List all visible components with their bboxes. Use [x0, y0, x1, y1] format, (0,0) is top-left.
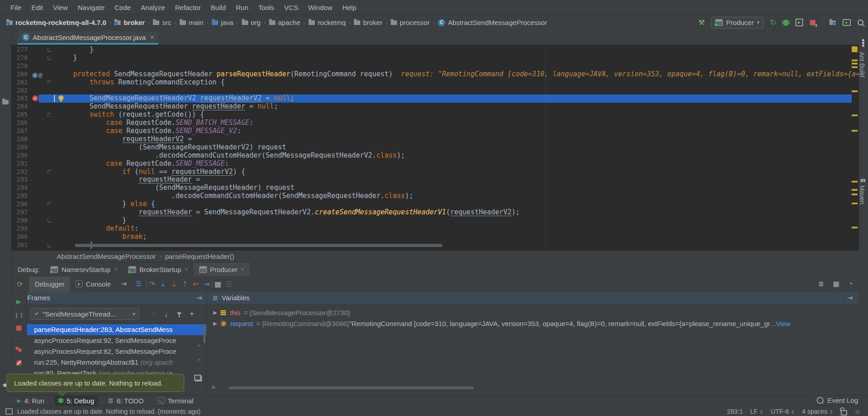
- breadcrumb-item[interactable]: org: [242, 19, 261, 26]
- event-log-button[interactable]: Event Log: [817, 395, 858, 405]
- close-icon[interactable]: ×: [114, 266, 118, 273]
- line-number[interactable]: 289: [12, 144, 28, 152]
- line-number[interactable]: 298: [12, 217, 28, 225]
- line-number[interactable]: 278: [12, 54, 28, 62]
- variable-row[interactable]: ▶prequest= {RemotingCommand@3066} "Remot…: [207, 318, 859, 329]
- muted-settings-icon[interactable]: ☰: [223, 280, 234, 288]
- lock-icon[interactable]: [841, 410, 847, 416]
- breadcrumb-item[interactable]: apache: [269, 19, 300, 26]
- debug-icon[interactable]: [783, 20, 789, 26]
- menu-item-build[interactable]: Build: [206, 4, 230, 11]
- view-link[interactable]: View: [776, 320, 790, 327]
- fold-marker[interactable]: [48, 170, 51, 174]
- line-number[interactable]: 301: [12, 241, 28, 249]
- breadcrumb-item[interactable]: CAbstractSendMessageProcessor: [438, 19, 547, 26]
- stack-frame-row[interactable]: asyncProcessRequest:92, SendMessageProce: [27, 335, 206, 346]
- breadcrumb-item[interactable]: rocketmq-rocketmq-all-4.7.0: [6, 19, 106, 26]
- rerun-icon[interactable]: ↻: [770, 18, 776, 27]
- line-number[interactable]: 296: [12, 200, 28, 208]
- tool-button-todo[interactable]: ≣6: TODO: [104, 396, 147, 406]
- line-number[interactable]: 293: [12, 176, 28, 184]
- fold-marker[interactable]: [48, 219, 51, 223]
- close-icon[interactable]: ×: [184, 266, 188, 273]
- code-editor[interactable]: 277 }278 }279280↓@ protected SendMessage…: [11, 45, 859, 251]
- line-number[interactable]: 281: [12, 79, 28, 87]
- tab-console[interactable]: ▸Console: [70, 277, 116, 292]
- session-tab-namesrvstartup[interactable]: NamesrvStartup×: [45, 262, 123, 276]
- previous-frame-icon[interactable]: ↑: [152, 310, 156, 318]
- rerun-session-icon[interactable]: ⟳: [17, 280, 23, 288]
- fold-marker[interactable]: [48, 56, 51, 60]
- close-icon[interactable]: ×: [241, 266, 245, 273]
- caret-position[interactable]: 283:1: [727, 408, 743, 415]
- layout-settings-icon[interactable]: ▦: [833, 280, 839, 288]
- indent-selector[interactable]: 4 spaces ⇕: [802, 408, 834, 415]
- overridden-marker-icon[interactable]: ↓: [32, 73, 38, 78]
- breadcrumb-item[interactable]: main: [180, 19, 204, 26]
- run-config-dropdown[interactable]: Producer ▾: [711, 17, 763, 29]
- tool-button-debug[interactable]: 5: Debug: [54, 396, 98, 406]
- add-icon[interactable]: +: [190, 309, 194, 318]
- menu-item-run[interactable]: Run: [231, 4, 254, 11]
- build-icon[interactable]: ⚒: [698, 18, 705, 27]
- fold-marker[interactable]: [48, 48, 51, 52]
- mute-breakpoints-icon[interactable]: [16, 360, 22, 366]
- thread-dropdown[interactable]: ✔ "SendMessageThread... ▾: [30, 308, 139, 320]
- line-number[interactable]: 297: [12, 208, 28, 217]
- menu-item-edit[interactable]: Edit: [26, 4, 48, 11]
- line-number[interactable]: 282: [12, 87, 28, 95]
- variables-scrollbar[interactable]: [229, 386, 474, 389]
- tab-debugger[interactable]: Debugger: [29, 277, 70, 292]
- line-number[interactable]: 277: [12, 46, 28, 54]
- tool-button-terminal[interactable]: ›_Terminal: [154, 396, 197, 406]
- line-number[interactable]: 288: [12, 135, 28, 144]
- encoding-selector[interactable]: UTF-8 ⇕: [771, 408, 795, 415]
- breadcrumb-item[interactable]: src: [153, 19, 171, 26]
- evaluate-expression-icon[interactable]: ▦: [212, 280, 223, 288]
- scroll-down-icon[interactable]: ▼: [196, 357, 201, 362]
- pause-icon[interactable]: [16, 313, 22, 318]
- stack-frame-row[interactable]: asyncProcessRequest:82, SendMessageProce: [27, 346, 206, 357]
- close-icon[interactable]: ×: [150, 34, 154, 41]
- editor-tab[interactable]: C AbstractSendMessageProcessor.java ×: [18, 31, 158, 45]
- line-number[interactable]: 290: [12, 152, 28, 160]
- line-number[interactable]: 287: [12, 127, 28, 135]
- run-window-icon[interactable]: ▶: [843, 19, 851, 26]
- breadcrumb-method[interactable]: parseRequestHeader(): [165, 253, 235, 260]
- menu-item-refactor[interactable]: Refactor: [170, 4, 206, 11]
- line-number[interactable]: 285: [12, 111, 28, 119]
- expand-icon[interactable]: ▶: [213, 321, 217, 327]
- menu-item-vcs[interactable]: VCS: [279, 4, 303, 11]
- resume-icon[interactable]: ▶: [16, 298, 21, 305]
- expand-icon[interactable]: ▶: [213, 310, 217, 316]
- show-execution-point-icon[interactable]: ⇥: [121, 280, 127, 288]
- breadcrumb-item[interactable]: processor: [391, 19, 430, 26]
- horizontal-scrollbar[interactable]: [75, 244, 442, 247]
- menu-item-analyze[interactable]: Analyze: [136, 4, 170, 11]
- copy-stack-icon[interactable]: [195, 376, 202, 381]
- session-tab-producer[interactable]: Producer×: [194, 262, 250, 276]
- line-number[interactable]: 291: [12, 160, 28, 168]
- stack-frame-row[interactable]: run:225, NettyRemotingAbstract$1 (org.ap…: [27, 357, 206, 368]
- menu-item-help[interactable]: Help: [338, 4, 362, 11]
- menu-item-navigate[interactable]: Navigate: [73, 4, 109, 11]
- menu-item-file[interactable]: File: [5, 4, 26, 11]
- restore-layout-icon[interactable]: ◔: [848, 280, 853, 288]
- coverage-icon[interactable]: ▶: [795, 19, 803, 26]
- breadcrumb-item[interactable]: broker: [114, 19, 145, 26]
- project-folder-icon[interactable]: [829, 20, 836, 25]
- pin-icon[interactable]: ⇥: [847, 294, 853, 302]
- line-number[interactable]: 292: [12, 168, 28, 176]
- fold-marker[interactable]: [48, 113, 51, 117]
- inspections-indicator[interactable]: [852, 46, 858, 52]
- line-number[interactable]: 294: [12, 184, 28, 192]
- stop-icon[interactable]: 3: [810, 20, 815, 25]
- session-tab-brokerstartup[interactable]: BrokerStartup×: [123, 262, 194, 276]
- line-number[interactable]: 279: [12, 62, 28, 70]
- toolwindow-toggle-icon[interactable]: [5, 408, 13, 415]
- hector-icon[interactable]: ☺: [854, 408, 861, 415]
- scroll-up-icon[interactable]: ▲: [196, 342, 201, 347]
- menu-item-tools[interactable]: Tools: [253, 4, 279, 11]
- focus-frame-icon[interactable]: ⇥: [196, 294, 202, 302]
- more-chevron-icon[interactable]: »: [211, 383, 215, 391]
